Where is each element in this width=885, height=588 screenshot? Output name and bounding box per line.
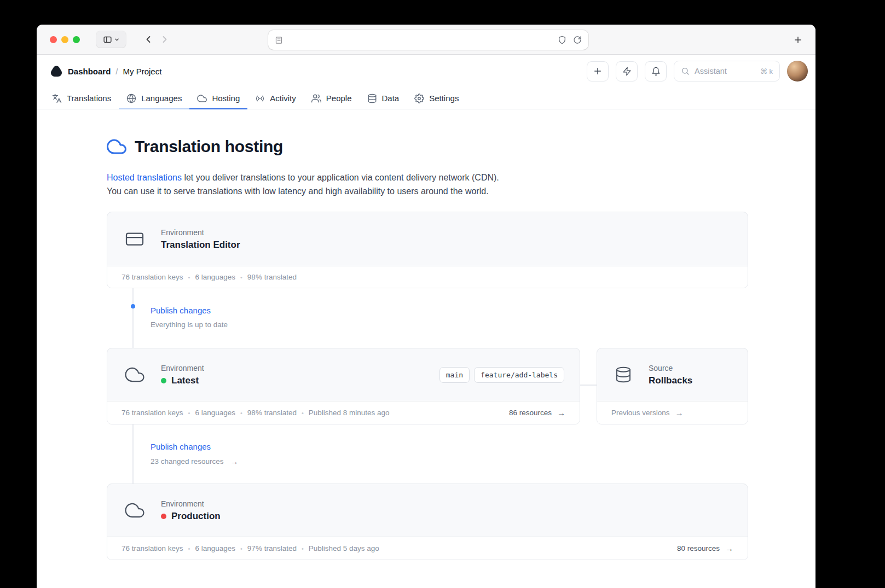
- intro-text: Hosted translations let you deliver tran…: [107, 171, 815, 198]
- app-logo[interactable]: [50, 65, 63, 78]
- page-title: Translation hosting: [135, 137, 283, 156]
- assistant-placeholder: Assistant: [695, 67, 727, 75]
- chevron-down-icon: [114, 37, 120, 43]
- tab-activity[interactable]: Activity: [247, 88, 304, 109]
- rollbacks-connector: [580, 385, 597, 386]
- stat-languages: 6 languages: [188, 273, 235, 281]
- tab-label: Settings: [429, 94, 459, 103]
- publish-status: Everything is up to date: [151, 321, 228, 329]
- source-name: Rollbacks: [649, 375, 692, 386]
- timeline-dot: [131, 304, 135, 308]
- plus-icon: [793, 35, 803, 45]
- tab-people[interactable]: People: [304, 88, 360, 109]
- status-dot-red: [161, 514, 166, 519]
- publish-section-1: Publish changes Everything is up to date: [107, 288, 748, 348]
- tab-languages[interactable]: Languages: [119, 88, 189, 109]
- intro-line2: You can use it to serve translations wit…: [107, 184, 815, 198]
- source-label: Source: [649, 364, 692, 372]
- cloud-icon: [107, 137, 126, 156]
- tab-settings[interactable]: Settings: [407, 88, 466, 109]
- publish-changes-link[interactable]: Publish changes: [151, 442, 211, 451]
- environment-label: Environment: [161, 364, 204, 372]
- quick-actions-button[interactable]: [616, 61, 638, 81]
- intro-line1: let you deliver translations to your app…: [182, 173, 499, 182]
- breadcrumb: Dashboard / My Project: [68, 67, 161, 76]
- tab-label: Languages: [141, 94, 182, 103]
- previous-versions-link[interactable]: Previous versions→: [611, 408, 684, 417]
- browser-toolbar: [37, 25, 815, 55]
- hosted-translations-link[interactable]: Hosted translations: [107, 173, 182, 182]
- tab-label: Activity: [270, 94, 296, 103]
- stat-translated: 97% translated: [240, 544, 297, 552]
- close-button[interactable]: [50, 36, 57, 43]
- forward-button[interactable]: [157, 31, 173, 48]
- chevron-right-icon: [159, 34, 170, 45]
- publish-status[interactable]: 23 changed resources→: [151, 457, 239, 466]
- environment-stats: 76 translation keys 6 languages 97% tran…: [122, 544, 379, 552]
- new-tab-button[interactable]: [789, 31, 807, 49]
- bell-icon: [651, 67, 661, 76]
- cloud-icon: [125, 365, 144, 385]
- breadcrumb-project[interactable]: My Project: [123, 67, 162, 76]
- minimize-button[interactable]: [61, 36, 68, 43]
- breadcrumb-separator: /: [115, 67, 118, 76]
- assistant-search[interactable]: Assistant ⌘ k: [674, 61, 780, 81]
- stat-keys: 76 translation keys: [122, 409, 183, 417]
- tab-translations[interactable]: Translations: [44, 88, 119, 109]
- plus-icon: [593, 66, 603, 76]
- tab-label: People: [326, 94, 352, 103]
- zap-icon: [622, 67, 632, 76]
- stat-translated: 98% translated: [240, 273, 297, 281]
- environment-label: Environment: [161, 228, 240, 237]
- app-header: Dashboard / My Project Assistant ⌘ k: [37, 55, 815, 88]
- tab-label: Hosting: [212, 94, 240, 103]
- broadcast-icon: [255, 94, 265, 103]
- environment-name: Translation Editor: [161, 240, 240, 251]
- gear-icon: [414, 94, 424, 103]
- branch-tag-main[interactable]: main: [439, 367, 470, 383]
- environment-name: Latest: [171, 375, 199, 386]
- traffic-lights: [50, 36, 80, 43]
- window-icon: [125, 229, 144, 249]
- cloud-icon: [197, 94, 207, 103]
- chevron-left-icon: [143, 34, 154, 45]
- branch-tag-feature[interactable]: feature/add-labels: [474, 367, 564, 383]
- users-icon: [311, 94, 321, 103]
- address-bar[interactable]: [268, 30, 588, 50]
- arrow-right-icon: →: [675, 408, 684, 417]
- stat-languages: 6 languages: [188, 544, 235, 552]
- breadcrumb-dashboard[interactable]: Dashboard: [68, 67, 111, 76]
- timeline-connector: [132, 288, 134, 348]
- reload-icon[interactable]: [573, 36, 582, 44]
- privacy-icon[interactable]: [558, 36, 566, 44]
- resources-link[interactable]: 86 resources→: [509, 408, 565, 417]
- hosting-page: Translation hosting Hosted translations …: [37, 109, 815, 588]
- publish-section-2: Publish changes 23 changed resources→: [107, 424, 748, 484]
- back-button[interactable]: [140, 31, 157, 48]
- source-card-rollbacks[interactable]: Source Rollbacks Previous versions→: [597, 348, 748, 424]
- tab-label: Data: [382, 94, 400, 103]
- arrow-right-icon: →: [725, 544, 733, 553]
- environment-card-production[interactable]: Environment Production 76 translation ke…: [107, 484, 748, 560]
- environment-card-editor[interactable]: Environment Translation Editor 76 transl…: [107, 212, 748, 288]
- database-icon: [367, 94, 377, 103]
- notifications-button[interactable]: [645, 61, 667, 81]
- resources-link[interactable]: 80 resources→: [677, 544, 733, 553]
- reader-icon: [275, 36, 283, 44]
- stat-published: Published 5 days ago: [302, 544, 379, 552]
- avatar[interactable]: [787, 61, 808, 81]
- search-icon: [681, 67, 690, 75]
- stat-translated: 98% translated: [240, 409, 297, 417]
- add-button[interactable]: [587, 61, 609, 81]
- sidebar-toggle-button[interactable]: [96, 31, 126, 48]
- environment-card-latest[interactable]: Environment Latest main feature/add-labe…: [107, 348, 580, 424]
- database-icon: [615, 365, 632, 385]
- environment-stats: 76 translation keys 6 languages 98% tran…: [122, 409, 390, 417]
- translate-icon: [52, 94, 62, 103]
- globe-icon: [126, 94, 136, 103]
- environment-stats: 76 translation keys 6 languages 98% tran…: [122, 273, 297, 281]
- zoom-button[interactable]: [73, 36, 80, 43]
- publish-changes-link[interactable]: Publish changes: [151, 306, 211, 315]
- tab-data[interactable]: Data: [360, 88, 407, 109]
- tab-hosting[interactable]: Hosting: [189, 88, 247, 109]
